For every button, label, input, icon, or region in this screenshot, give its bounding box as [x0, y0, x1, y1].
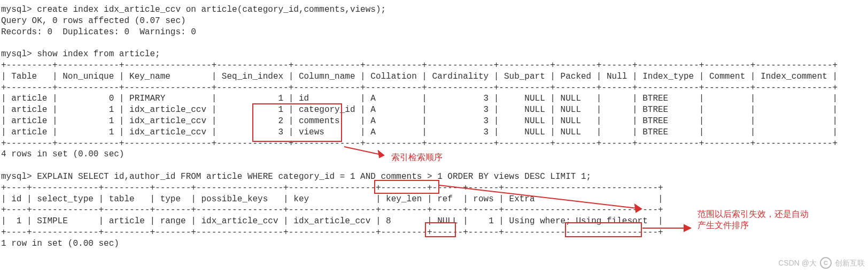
- line: | 1 | SIMPLE | article | range | idx_art…: [1, 216, 663, 226]
- watermark: CSDN @大 C 创新互联: [778, 257, 865, 269]
- annotation-range-invalid-line1: 范围以后索引失效，还是自动: [698, 209, 809, 220]
- annotation-index-order: 索引检索顺序: [391, 152, 443, 163]
- watermark-brand: 创新互联: [835, 258, 865, 268]
- line: +----+-------------+---------+-------+--…: [1, 228, 663, 237]
- svg-marker-5: [684, 225, 691, 231]
- line: 4 rows in set (0.00 sec): [1, 149, 124, 159]
- watermark-badge-icon: C: [820, 257, 832, 269]
- arrow-to-annot1: [342, 145, 390, 158]
- line: 1 row in set (0.00 sec): [1, 239, 119, 248]
- svg-marker-1: [378, 151, 384, 157]
- annotation-range-invalid: 范围以后索引失效，还是自动 产生文件排序: [698, 209, 809, 231]
- line: +---------+------------+----------------…: [1, 83, 838, 93]
- annotation-range-invalid-line2: 产生文件排序: [698, 220, 809, 231]
- line: | Table | Non_unique | Key_name | Seq_in…: [1, 72, 838, 81]
- line: mysql> show index from article;: [1, 49, 160, 59]
- line: +---------+------------+----------------…: [1, 139, 838, 148]
- line: Query OK, 0 rows affected (0.07 sec): [1, 16, 186, 26]
- arrow-from-comments: [438, 181, 647, 213]
- line: +---------+------------+----------------…: [1, 61, 838, 70]
- svg-marker-3: [635, 205, 641, 212]
- line: Records: 0 Duplicates: 0 Warnings: 0: [1, 27, 196, 37]
- line: | article | 1 | idx_article_ccv | 2 | co…: [1, 116, 838, 126]
- line: mysql> create index idx_article_ccv on a…: [1, 5, 386, 14]
- line: | article | 0 | PRIMARY | 1 | id | A | 3…: [1, 94, 838, 103]
- line: | article | 1 | idx_article_ccv | 1 | ca…: [1, 105, 838, 115]
- watermark-csdn: CSDN @大: [778, 258, 817, 268]
- arrow-to-annot2: [641, 223, 695, 233]
- svg-line-0: [344, 147, 384, 155]
- line: mysql> EXPLAIN SELECT id,author_id FROM …: [1, 172, 591, 182]
- svg-line-2: [439, 185, 641, 209]
- line: | article | 1 | idx_article_ccv | 3 | vi…: [1, 127, 838, 137]
